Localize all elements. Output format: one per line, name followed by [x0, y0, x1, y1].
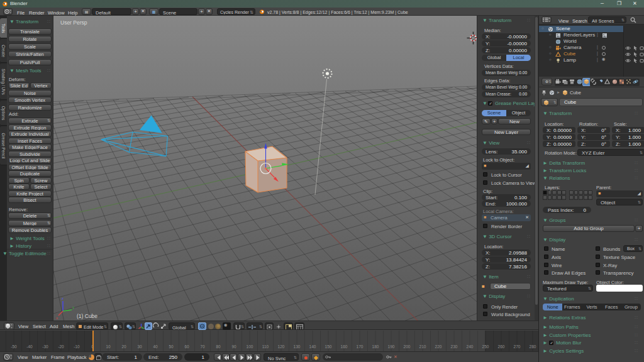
svg-text:User Persp: User Persp: [60, 19, 87, 26]
svg-text:x: x: [56, 316, 58, 320]
svg-text:y: y: [72, 305, 74, 309]
svg-text:z: z: [62, 297, 64, 300]
svg-text:(1) Cube: (1) Cube: [77, 313, 97, 319]
